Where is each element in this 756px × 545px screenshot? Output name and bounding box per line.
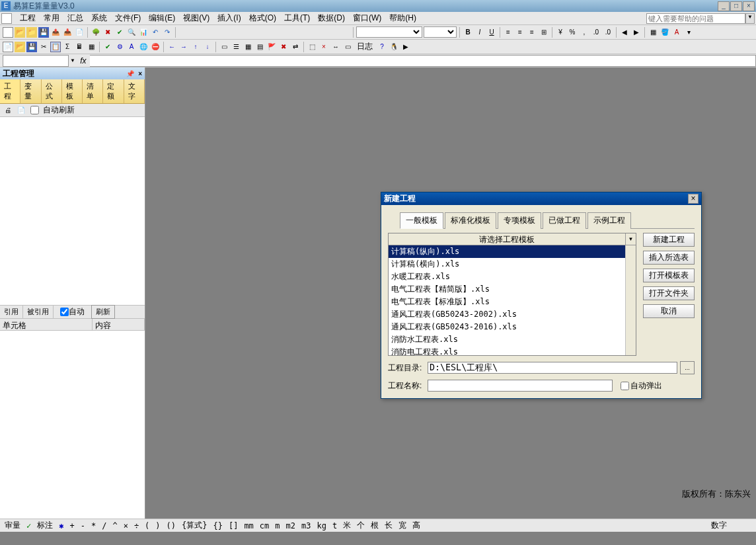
sb-height[interactable]: 高 (410, 520, 422, 531)
menu-window[interactable]: 窗口(W) (349, 11, 385, 25)
doc2-icon[interactable]: 📄 (16, 105, 26, 116)
youtube-icon[interactable]: ▶ (400, 42, 411, 52)
globe-icon[interactable]: 🌐 (138, 42, 149, 52)
arrow-left-icon[interactable]: ← (167, 42, 177, 52)
template-item[interactable]: 计算稿(纵向).xls (389, 245, 625, 258)
sb-check-icon[interactable]: ✓ (24, 521, 33, 530)
sidebar-close-icon[interactable]: × (138, 70, 142, 77)
ref2-icon[interactable]: ↔ (330, 42, 341, 52)
dialog-close-button[interactable]: × (688, 194, 699, 204)
sidebar-grid[interactable] (0, 331, 145, 519)
template-sort-icon[interactable]: ▼ (625, 233, 636, 245)
template-list[interactable]: 计算稿(纵向).xls 计算稿(横向).xls 水暖工程表.xls 电气工程表【… (389, 245, 625, 355)
undo-icon[interactable]: ↶ (150, 27, 161, 38)
new-project-button[interactable]: 新建工程 (643, 233, 695, 247)
qq-icon[interactable]: 🐧 (389, 42, 399, 52)
save-icon[interactable]: 💾 (38, 27, 49, 38)
check-icon[interactable]: ✔ (114, 27, 125, 38)
template-scrollbar[interactable] (625, 245, 636, 355)
menu-edit[interactable]: 编辑(E) (145, 11, 179, 25)
template-item[interactable]: 电气工程表【精简版】.xls (389, 283, 625, 296)
decrease-decimal-icon[interactable]: .0 (603, 27, 613, 38)
template-item[interactable]: 计算稿(横向).xls (389, 258, 625, 271)
arrow-right-icon[interactable]: → (178, 42, 189, 52)
menu-view[interactable]: 视图(V) (179, 11, 213, 25)
bold-button[interactable]: B (463, 27, 473, 38)
panel-icon[interactable]: ▤ (254, 42, 265, 52)
sb-lparen[interactable]: ( (143, 521, 151, 530)
cut-icon[interactable]: ✂ (38, 42, 49, 52)
merge-icon[interactable]: ⊞ (539, 27, 549, 38)
new2-icon[interactable]: 📄 (3, 42, 13, 52)
template-item[interactable]: 通风工程表(GB50243-2002).xls (389, 308, 625, 321)
sb-review[interactable]: 审量 (3, 520, 22, 531)
sidebar-tab-quota[interactable]: 定额 (103, 79, 124, 103)
open3-icon[interactable]: 📂 (15, 42, 25, 52)
sb-m2[interactable]: m2 (284, 521, 297, 530)
currency-icon[interactable]: ¥ (555, 27, 566, 38)
sb-plus[interactable]: + (67, 521, 76, 530)
cell-ref-dropdown[interactable]: ▼ (69, 58, 77, 63)
menu-project[interactable]: 工程 (16, 11, 40, 25)
sb-cm[interactable]: cm (258, 521, 271, 530)
sidebar-tab-formula[interactable]: 公式 (42, 79, 62, 103)
open-folder-button[interactable]: 打开文件夹 (643, 286, 695, 300)
help-icon[interactable]: ? (377, 42, 387, 52)
text-a-icon[interactable]: A (126, 42, 137, 52)
sb-multiply[interactable]: * (89, 521, 98, 530)
table-icon[interactable]: ▦ (86, 42, 96, 52)
pin-icon[interactable]: 📌 (126, 70, 134, 77)
log-label[interactable]: 日志 (354, 41, 375, 52)
dir-input[interactable] (428, 362, 677, 374)
close-button[interactable]: × (743, 1, 755, 11)
tab-standard-template[interactable]: 标准化模板 (445, 212, 496, 229)
redo-icon[interactable]: ↷ (162, 27, 172, 38)
sb-brackets[interactable]: [] (227, 521, 240, 530)
auto-popup-checkbox[interactable] (621, 382, 629, 390)
tree-icon[interactable]: 🌳 (91, 27, 101, 38)
sidebar-tree[interactable] (0, 117, 145, 306)
sum-icon[interactable]: Σ (62, 42, 73, 52)
delete-icon[interactable]: ✖ (102, 27, 113, 38)
menu-insert[interactable]: 插入(I) (213, 11, 245, 25)
open-template-button[interactable]: 打开模板表 (643, 269, 695, 282)
indent-left-icon[interactable]: ◀ (619, 27, 630, 38)
menu-summary[interactable]: 汇总 (63, 11, 87, 25)
sb-m[interactable]: m (273, 521, 282, 530)
fill-color-icon[interactable]: 🪣 (660, 27, 670, 38)
insert-selected-button[interactable]: 插入所选表 (643, 251, 695, 265)
template-item[interactable]: 通风工程表(GB50243-2016).xls (389, 321, 625, 333)
ref-x-icon[interactable]: × (319, 42, 329, 52)
formula-input[interactable] (90, 55, 756, 67)
func-icon[interactable]: ⚙ (114, 42, 125, 52)
import-icon[interactable]: 📥 (62, 27, 73, 38)
flag-icon[interactable]: 🚩 (266, 42, 277, 52)
align-right-icon[interactable]: ≡ (527, 27, 537, 38)
grid-icon[interactable]: ▦ (243, 42, 253, 52)
tab-done-project[interactable]: 已做工程 (543, 212, 586, 229)
ref1-icon[interactable]: ⬚ (307, 42, 317, 52)
indent-right-icon[interactable]: ▶ (631, 27, 642, 38)
sb-piece[interactable]: 个 (355, 520, 367, 531)
window-icon[interactable]: ▭ (219, 42, 229, 52)
app-menu-icon[interactable] (1, 13, 12, 24)
print-icon[interactable]: 🖨 (3, 105, 13, 116)
cancel-button[interactable]: 取消 (643, 304, 695, 318)
check2-icon[interactable]: ✔ (102, 42, 113, 52)
sidebar-tab-text[interactable]: 文字 (124, 79, 145, 103)
sb-power[interactable]: ^ (110, 521, 119, 530)
comma-icon[interactable]: , (579, 27, 589, 38)
sb-parens[interactable]: () (165, 521, 178, 530)
sb-root[interactable]: 根 (369, 520, 381, 531)
sb-mm[interactable]: mm (242, 521, 255, 530)
maximize-button[interactable]: □ (730, 1, 742, 11)
sidebar-tab-list[interactable]: 清单 (83, 79, 103, 103)
help-dropdown[interactable]: ▼ (745, 13, 755, 24)
template-item[interactable]: 消防电工程表.xls (389, 346, 625, 355)
tab-example-project[interactable]: 示例工程 (587, 212, 631, 229)
align-center-icon[interactable]: ≡ (515, 27, 525, 38)
auto-refresh-checkbox[interactable] (30, 106, 39, 114)
menu-tools[interactable]: 工具(T) (280, 11, 314, 25)
arrow-down-icon[interactable]: ↓ (202, 42, 213, 52)
sb-t[interactable]: t (330, 521, 339, 530)
